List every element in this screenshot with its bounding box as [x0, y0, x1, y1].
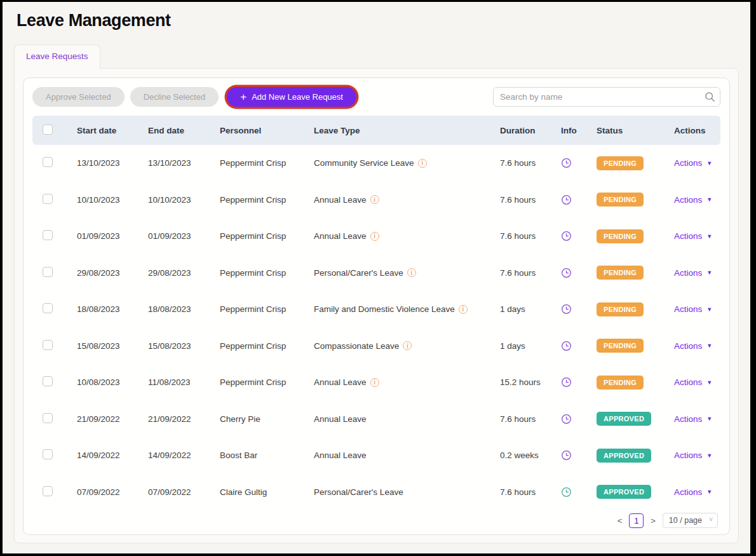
header-status: Status — [597, 126, 674, 135]
clock-icon[interactable] — [561, 450, 572, 461]
personnel-cell: Cherry Pie — [220, 414, 314, 424]
pagination-next-button[interactable]: > — [649, 516, 657, 525]
row-checkbox-cell — [32, 376, 77, 388]
duration-cell: 7.6 hours — [500, 268, 561, 278]
row-checkbox[interactable] — [43, 157, 53, 167]
actions-dropdown[interactable]: Actions ▼ — [674, 487, 720, 497]
caret-down-icon: ▼ — [706, 379, 712, 386]
actions-dropdown[interactable]: Actions ▼ — [674, 268, 720, 278]
clock-icon[interactable] — [561, 377, 572, 388]
leave-type-label: Community Service Leave — [314, 158, 414, 168]
info-icon[interactable]: i — [407, 268, 416, 277]
duration-cell: 7.6 hours — [500, 414, 561, 424]
select-all-checkbox[interactable] — [43, 125, 53, 135]
actions-dropdown[interactable]: Actions ▼ — [674, 304, 720, 314]
end-date-cell: 21/09/2022 — [148, 414, 220, 424]
actions-cell: Actions ▼ — [674, 304, 720, 314]
start-date-cell: 21/09/2022 — [77, 414, 148, 424]
caret-down-icon: ▼ — [706, 233, 712, 240]
info-icon[interactable]: i — [370, 195, 379, 204]
row-checkbox[interactable] — [43, 413, 53, 423]
actions-cell: Actions ▼ — [674, 341, 720, 351]
status-cell: PENDING — [597, 339, 674, 353]
clock-icon[interactable] — [561, 414, 572, 424]
actions-label: Actions — [674, 487, 702, 497]
row-checkbox-cell — [32, 194, 77, 206]
approve-selected-button[interactable]: Approve Selected — [32, 87, 125, 107]
row-checkbox[interactable] — [43, 194, 53, 204]
start-date-cell: 10/10/2023 — [77, 195, 148, 205]
leave-type-cell: Community Service Leave i — [314, 158, 500, 168]
leave-type-cell: Annual Leave i — [314, 377, 500, 387]
row-checkbox[interactable] — [43, 303, 53, 313]
actions-label: Actions — [674, 231, 702, 241]
leave-type-label: Annual Leave — [314, 231, 367, 241]
table-row: 01/09/2023 01/09/2023 Peppermint Crisp A… — [32, 218, 720, 255]
end-date-cell: 29/08/2023 — [148, 268, 220, 278]
status-badge: PENDING — [597, 339, 644, 353]
info-icon[interactable]: i — [459, 305, 468, 314]
status-cell: APPROVED — [597, 449, 674, 463]
personnel-cell: Peppermint Crisp — [220, 268, 314, 278]
duration-cell: 15.2 hours — [500, 377, 561, 387]
leave-type-label: Annual Leave — [314, 451, 367, 460]
actions-dropdown[interactable]: Actions ▼ — [674, 377, 720, 387]
header-checkbox-cell — [32, 125, 77, 137]
search-container — [493, 87, 720, 107]
row-checkbox-cell — [32, 267, 77, 279]
row-checkbox[interactable] — [43, 486, 53, 496]
clock-icon[interactable] — [561, 194, 572, 205]
info-clock-cell — [561, 158, 597, 168]
tab-leave-requests[interactable]: Leave Requests — [14, 44, 100, 69]
page-size-select[interactable]: 10 / page ˅ — [663, 513, 718, 528]
actions-dropdown[interactable]: Actions ▼ — [674, 231, 720, 241]
leave-type-cell: Personal/Carer's Leave i — [314, 487, 500, 497]
search-icon[interactable] — [705, 92, 715, 105]
actions-cell: Actions ▼ — [674, 487, 720, 497]
row-checkbox[interactable] — [43, 376, 53, 386]
actions-dropdown[interactable]: Actions ▼ — [674, 451, 720, 460]
clock-icon[interactable] — [561, 487, 572, 498]
row-checkbox[interactable] — [43, 267, 53, 277]
search-input[interactable] — [493, 87, 720, 107]
clock-icon[interactable] — [561, 304, 572, 315]
actions-label: Actions — [674, 304, 702, 314]
caret-down-icon: ▼ — [706, 196, 712, 203]
row-checkbox[interactable] — [43, 340, 53, 350]
info-icon[interactable]: i — [370, 378, 379, 387]
actions-dropdown[interactable]: Actions ▼ — [674, 195, 720, 205]
status-cell: PENDING — [597, 193, 674, 207]
start-date-cell: 29/08/2023 — [77, 268, 148, 278]
row-checkbox[interactable] — [43, 230, 53, 240]
add-new-leave-request-button[interactable]: + Add New Leave Request — [227, 87, 356, 107]
decline-selected-button[interactable]: Decline Selected — [130, 87, 219, 107]
pagination-page-1[interactable]: 1 — [629, 513, 644, 528]
leave-type-cell: Annual Leave i — [314, 451, 500, 460]
info-icon[interactable]: i — [403, 341, 412, 350]
actions-label: Actions — [674, 158, 702, 168]
actions-dropdown[interactable]: Actions ▼ — [674, 414, 720, 424]
actions-label: Actions — [674, 414, 702, 424]
caret-down-icon: ▼ — [706, 489, 712, 495]
end-date-cell: 11/08/2023 — [148, 377, 220, 387]
personnel-cell: Claire Gultig — [220, 487, 314, 497]
pagination: < 1 > 10 / page ˅ — [616, 513, 718, 528]
personnel-cell: Peppermint Crisp — [220, 231, 314, 241]
clock-icon[interactable] — [561, 231, 572, 241]
header-duration: Duration — [500, 126, 561, 135]
actions-label: Actions — [674, 377, 702, 387]
clock-icon[interactable] — [561, 268, 572, 278]
actions-dropdown[interactable]: Actions ▼ — [674, 158, 720, 168]
duration-cell: 7.6 hours — [500, 231, 561, 241]
info-icon[interactable]: i — [418, 159, 427, 168]
row-checkbox[interactable] — [43, 449, 53, 459]
status-badge: APPROVED — [597, 449, 651, 463]
info-icon[interactable]: i — [370, 232, 379, 241]
pagination-prev-button[interactable]: < — [616, 516, 624, 525]
actions-dropdown[interactable]: Actions ▼ — [674, 341, 720, 351]
actions-cell: Actions ▼ — [674, 451, 720, 460]
clock-icon[interactable] — [561, 158, 572, 168]
clock-icon[interactable] — [561, 341, 572, 351]
header-personnel: Personnel — [220, 126, 314, 135]
personnel-cell: Peppermint Crisp — [220, 158, 314, 168]
